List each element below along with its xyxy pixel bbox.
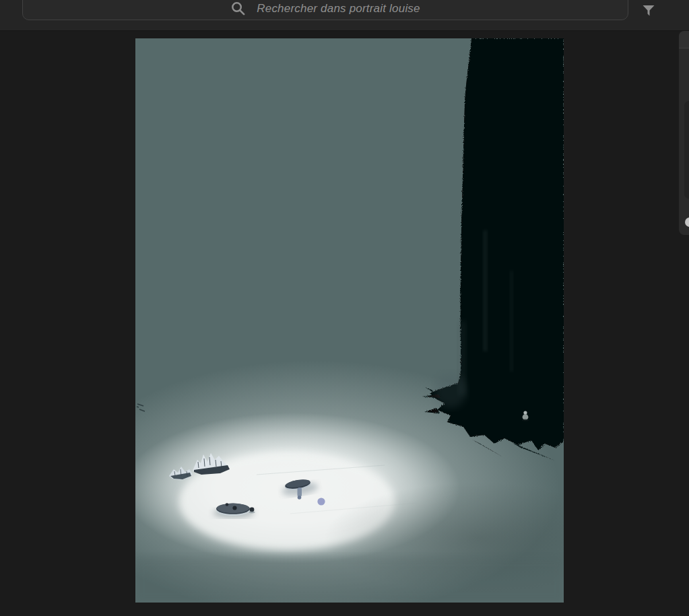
edge-panel-inset — [684, 101, 689, 199]
filter-button[interactable] — [641, 3, 657, 19]
edge-panel-knob[interactable] — [685, 217, 689, 227]
disc-right-pendant — [298, 487, 302, 500]
search-input[interactable]: Rechercher dans portrait louise — [22, 0, 628, 20]
funnel-icon — [642, 4, 655, 18]
edge-panel[interactable] — [679, 31, 689, 235]
edge-panel-header — [679, 31, 689, 48]
artwork-svg — [135, 38, 564, 603]
magnifier-icon — [230, 1, 246, 16]
photo-viewer-image[interactable] — [135, 38, 564, 603]
search-placeholder: Rechercher dans portrait louise — [257, 1, 420, 16]
topbar: Rechercher dans portrait louise — [0, 0, 689, 31]
lilac-bead — [317, 498, 325, 505]
